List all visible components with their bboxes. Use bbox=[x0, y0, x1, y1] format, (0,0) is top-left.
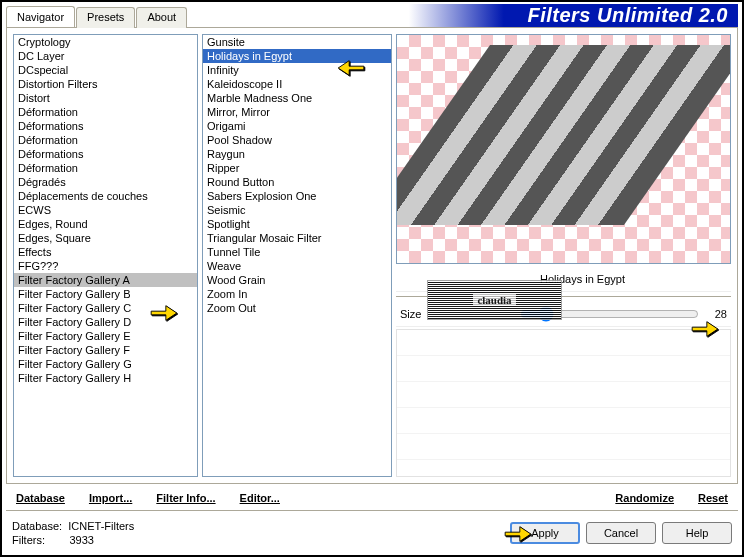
content-area: CryptologyDC LayerDCspecialDistortion Fi… bbox=[6, 28, 738, 484]
category-column: CryptologyDC LayerDCspecialDistortion Fi… bbox=[13, 34, 198, 477]
category-list[interactable]: CryptologyDC LayerDCspecialDistortion Fi… bbox=[13, 34, 198, 477]
category-item[interactable]: Déformation bbox=[14, 161, 197, 175]
filter-item[interactable]: Sabers Explosion One bbox=[203, 189, 391, 203]
reset-button[interactable]: Reset bbox=[688, 488, 738, 508]
db-label: Database: bbox=[12, 520, 62, 532]
category-item[interactable]: Déformation bbox=[14, 133, 197, 147]
category-item[interactable]: Déformation bbox=[14, 105, 197, 119]
help-button[interactable]: Help bbox=[662, 522, 732, 544]
bottom-bar: Database: ICNET-Filters Filters: 3933 Ap… bbox=[6, 513, 738, 551]
param-size-value: 28 bbox=[699, 308, 727, 320]
tab-navigator[interactable]: Navigator bbox=[6, 6, 75, 27]
category-item[interactable]: Effects bbox=[14, 245, 197, 259]
category-item[interactable]: Filter Factory Gallery C bbox=[14, 301, 197, 315]
filter-item[interactable]: Spotlight bbox=[203, 217, 391, 231]
filter-item[interactable]: Marble Madness One bbox=[203, 91, 391, 105]
filter-item[interactable]: Pool Shadow bbox=[203, 133, 391, 147]
category-item[interactable]: Filter Factory Gallery D bbox=[14, 315, 197, 329]
editor-button[interactable]: Editor... bbox=[230, 488, 290, 508]
watermark-logo: claudia bbox=[427, 280, 562, 320]
randomize-button[interactable]: Randomize bbox=[605, 488, 684, 508]
filter-item[interactable]: Weave bbox=[203, 259, 391, 273]
filter-item[interactable]: Gunsite bbox=[203, 35, 391, 49]
category-item[interactable]: Filter Factory Gallery F bbox=[14, 343, 197, 357]
category-item[interactable]: Distort bbox=[14, 91, 197, 105]
category-item[interactable]: DC Layer bbox=[14, 49, 197, 63]
category-item[interactable]: Dégradés bbox=[14, 175, 197, 189]
right-column: Holidays in Egypt Size 28 bbox=[396, 34, 731, 477]
category-item[interactable]: Filter Factory Gallery E bbox=[14, 329, 197, 343]
category-item[interactable]: Déformations bbox=[14, 119, 197, 133]
filter-item[interactable]: Round Button bbox=[203, 175, 391, 189]
filter-item[interactable]: Wood Grain bbox=[203, 273, 391, 287]
info-block: Database: ICNET-Filters Filters: 3933 bbox=[12, 519, 504, 547]
link-button-row: Database Import... Filter Info... Editor… bbox=[6, 484, 738, 508]
category-item[interactable]: ECWS bbox=[14, 203, 197, 217]
filter-item[interactable]: Mirror, Mirror bbox=[203, 105, 391, 119]
param-empty-area bbox=[396, 329, 731, 477]
category-item[interactable]: Filter Factory Gallery B bbox=[14, 287, 197, 301]
filter-item[interactable]: Ripper bbox=[203, 161, 391, 175]
tab-bar: Navigator Presets About bbox=[6, 6, 738, 28]
category-item[interactable]: Edges, Round bbox=[14, 217, 197, 231]
cancel-button[interactable]: Cancel bbox=[586, 522, 656, 544]
preview-panel bbox=[396, 34, 731, 264]
category-item[interactable]: Déformations bbox=[14, 147, 197, 161]
filter-item[interactable]: Raygun bbox=[203, 147, 391, 161]
category-item[interactable]: FFG??? bbox=[14, 259, 197, 273]
tab-presets[interactable]: Presets bbox=[76, 7, 135, 28]
category-item[interactable]: Cryptology bbox=[14, 35, 197, 49]
category-item[interactable]: Déplacements de couches bbox=[14, 189, 197, 203]
category-item[interactable]: Filter Factory Gallery G bbox=[14, 357, 197, 371]
filter-item[interactable]: Zoom Out bbox=[203, 301, 391, 315]
tab-about[interactable]: About bbox=[136, 7, 187, 28]
category-item[interactable]: DCspecial bbox=[14, 63, 197, 77]
category-item[interactable]: Filter Factory Gallery H bbox=[14, 371, 197, 385]
filter-item[interactable]: Seismic bbox=[203, 203, 391, 217]
filter-info-button[interactable]: Filter Info... bbox=[146, 488, 225, 508]
category-item[interactable]: Distortion Filters bbox=[14, 77, 197, 91]
filter-item[interactable]: Tunnel Tile bbox=[203, 245, 391, 259]
db-value: ICNET-Filters bbox=[68, 520, 134, 532]
filter-item[interactable]: Holidays in Egypt bbox=[203, 49, 391, 63]
filter-column: GunsiteHolidays in EgyptInfinityKaleidos… bbox=[202, 34, 392, 477]
category-item[interactable]: Edges, Square bbox=[14, 231, 197, 245]
database-button[interactable]: Database bbox=[6, 488, 75, 508]
filter-list[interactable]: GunsiteHolidays in EgyptInfinityKaleidos… bbox=[202, 34, 392, 477]
import-button[interactable]: Import... bbox=[79, 488, 142, 508]
bottom-separator bbox=[6, 510, 738, 511]
filters-label: Filters: bbox=[12, 534, 45, 546]
filter-item[interactable]: Zoom In bbox=[203, 287, 391, 301]
filter-item[interactable]: Origami bbox=[203, 119, 391, 133]
filter-item[interactable]: Infinity bbox=[203, 63, 391, 77]
category-item[interactable]: Filter Factory Gallery A bbox=[14, 273, 197, 287]
filter-item[interactable]: Triangular Mosaic Filter bbox=[203, 231, 391, 245]
apply-button[interactable]: Apply bbox=[510, 522, 580, 544]
filter-item[interactable]: Kaleidoscope II bbox=[203, 77, 391, 91]
filters-count: 3933 bbox=[69, 534, 93, 546]
